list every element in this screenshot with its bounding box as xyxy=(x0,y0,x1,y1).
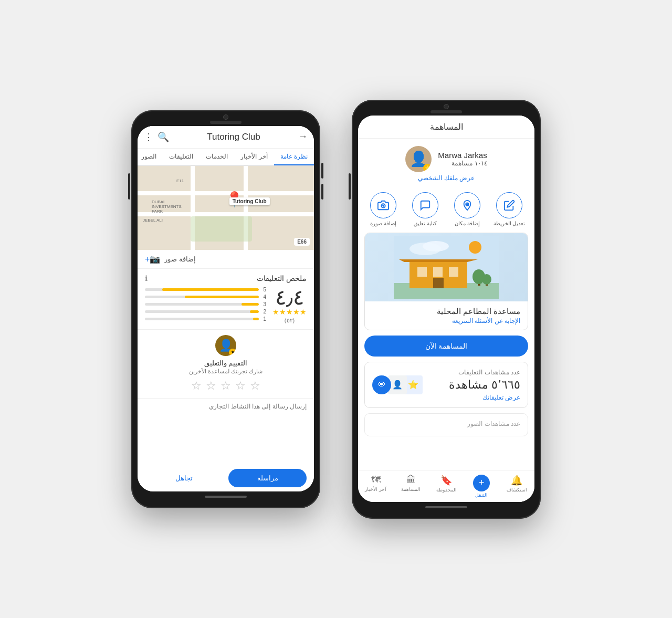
search-icon[interactable]: 🔍 xyxy=(158,131,169,143)
maps-tabs: نظرة عامة آخر الأخبار الخدمات التعليقات … xyxy=(138,149,314,166)
nav-item-transit[interactable]: 🏛 المساهمة xyxy=(393,474,428,499)
map-background: E11 DUBAIINVESTMENTSPARK JEBEL ALI 📍 Tut… xyxy=(138,166,314,250)
phone-bottom-bar-2 xyxy=(358,502,534,512)
star-4[interactable]: ☆ xyxy=(206,379,216,393)
action-edit-map[interactable]: تعديل الخريطة xyxy=(491,192,528,226)
add-photo-circle[interactable] xyxy=(370,192,396,218)
phone-screen-2: المساهمة Marwa Jarkas ١٠١٤ مساهمة 👤 ⭐ xyxy=(358,116,534,502)
contribute-add-icon[interactable]: + xyxy=(473,475,490,491)
rating-bars: 5 4 3 2 xyxy=(145,287,266,323)
bar-row-1: 1 xyxy=(145,316,266,322)
building-svg xyxy=(394,236,499,299)
write-review-circle[interactable] xyxy=(412,192,438,218)
star-rating-row[interactable]: ☆ ☆ ☆ ☆ ☆ xyxy=(145,379,307,393)
star-5[interactable]: ☆ xyxy=(191,379,202,393)
power-button-2[interactable] xyxy=(349,173,351,200)
user-avatar-badge: ⭐ xyxy=(423,164,432,172)
transit-label: المساهمة xyxy=(401,487,421,492)
nav-item-explore[interactable]: 🗺 آخر الأخبار xyxy=(358,474,393,499)
bar-row-3: 3 xyxy=(145,301,266,307)
explore-icon: 🗺 xyxy=(371,475,381,486)
svg-point-8 xyxy=(423,241,449,252)
maps-header: ⋮ 🔍 Tutoring Club → xyxy=(138,126,314,149)
action-add-place[interactable]: إضافة مكان xyxy=(449,192,486,226)
contact-text: إرسال رسالة إلى هذا النشاط التجاري xyxy=(209,403,307,410)
star-2[interactable]: ☆ xyxy=(235,379,246,393)
action-add-photo[interactable]: إضافة صورة xyxy=(365,192,402,226)
user-avatar: 👤 ⭐ xyxy=(405,146,432,172)
star-3[interactable]: ☆ xyxy=(220,379,231,393)
phone-top-bar-2 xyxy=(358,106,534,116)
vol-up-button[interactable] xyxy=(321,163,323,179)
svg-point-9 xyxy=(469,241,481,254)
star-1[interactable]: ☆ xyxy=(250,379,260,393)
bar-row-2: 2 xyxy=(145,309,266,315)
vol-down-button[interactable] xyxy=(321,184,323,200)
explore-label: آخر الأخبار xyxy=(365,487,386,492)
phone-speaker-2 xyxy=(430,110,462,113)
tab-reviews[interactable]: التعليقات xyxy=(163,149,200,165)
phone-bottom-bar-1 xyxy=(138,491,314,502)
bar-row-4: 4 xyxy=(145,294,266,300)
action-icons: تعديل الخريطة إضافة مكان xyxy=(358,186,534,233)
phone-top-bar-1 xyxy=(138,117,314,126)
rating-left: ٤٫٤ ★★★★★ (٥٢) xyxy=(272,287,307,324)
menu-icon[interactable]: ⋮ xyxy=(144,131,153,143)
add-photos-icon[interactable]: 📷+ xyxy=(145,254,160,264)
phone-speaker-1 xyxy=(210,121,242,124)
home-bar-2[interactable] xyxy=(425,506,467,508)
home-bar-1[interactable] xyxy=(205,496,247,498)
reviews-title: ملخص التعليقات ℹ xyxy=(145,274,307,282)
svg-rect-13 xyxy=(417,267,427,277)
reviewer-avatar: 👤 ★ xyxy=(215,335,236,356)
add-photos-text: إضافة صور xyxy=(164,255,196,263)
transit-icon: 🏛 xyxy=(406,475,416,486)
contribute-label: التنقل xyxy=(475,493,488,498)
action-write-review[interactable]: كتابة تعليق xyxy=(407,192,444,226)
svg-marker-12 xyxy=(399,259,478,262)
avatar-badge: ★ xyxy=(229,349,236,356)
edit-map-circle[interactable] xyxy=(496,192,522,218)
map-label-e11: E11 xyxy=(176,179,184,183)
user-contributions: ١٠١٤ مساهمة xyxy=(438,160,487,167)
tab-overview[interactable]: نظرة عامة xyxy=(274,149,314,165)
bottom-nav: 🗺 آخر الأخبار 🏛 المساهمة 🔖 المحفوظة + ال… xyxy=(358,470,534,502)
arrow-icon[interactable]: → xyxy=(298,131,308,142)
add-place-circle[interactable] xyxy=(454,192,480,218)
local-restaurant-card: مساعدة المطاعم المحلية الإجابة عن الأسئل… xyxy=(364,233,528,330)
nav-item-news[interactable]: 🔔 استكشاف xyxy=(499,474,534,499)
add-photos-bar: إضافة صور 📷+ xyxy=(138,250,314,269)
message-button[interactable]: مراسلة xyxy=(228,469,307,487)
tab-news[interactable]: آخر الأخبار xyxy=(234,149,274,165)
user-name: Marwa Jarkas xyxy=(438,151,487,160)
view-reviews-link[interactable]: عرض تعليقاتك xyxy=(449,394,520,401)
reviews-stats-title: عدد مشاهدات التعليقات xyxy=(449,369,520,376)
add-photo-label: إضافة صورة xyxy=(370,221,396,226)
contribute-now-button[interactable]: المساهمة الآن xyxy=(364,336,528,357)
nav-item-contribute[interactable]: + التنقل xyxy=(464,474,499,499)
contact-section: إرسال رسالة إلى هذا النشاط التجاري xyxy=(138,398,314,414)
bottom-buttons: مراسلة تجاهل xyxy=(138,465,314,491)
write-review-subtitle: شارك تجربتك لمساعدة الآخرين xyxy=(145,368,307,375)
rating-number: ٤٫٤ xyxy=(272,287,307,308)
eye-icon: 👁 xyxy=(372,375,391,394)
phone-1: ⋮ 🔍 Tutoring Club → نظرة عامة آخر الأخبا… xyxy=(131,110,320,508)
phone-camera-1 xyxy=(223,114,228,120)
write-review-title: التقييم والتعليق xyxy=(145,359,307,367)
tab-services[interactable]: الخدمات xyxy=(200,149,234,165)
power-button[interactable] xyxy=(128,173,130,200)
phone-camera-2 xyxy=(444,104,449,109)
news-label: استكشاف xyxy=(507,487,527,493)
svg-rect-16 xyxy=(433,278,444,288)
reviews-stats-card: عدد مشاهدات التعليقات ٥٬٦٦٥ مشاهدة عرض ت… xyxy=(364,362,528,408)
ignore-button[interactable]: تجاهل xyxy=(145,469,223,487)
restaurant-card-subtitle[interactable]: الإجابة عن الأسئلة السريعة xyxy=(372,317,520,324)
info-icon[interactable]: ℹ xyxy=(145,274,148,282)
tab-photos[interactable]: الصور xyxy=(138,149,163,165)
saved-icon: 🔖 xyxy=(440,475,452,486)
nav-item-saved[interactable]: 🔖 المحفوظة xyxy=(428,474,464,499)
maps-screen: ⋮ 🔍 Tutoring Club → نظرة عامة آخر الأخبا… xyxy=(138,126,314,491)
restaurant-illustration xyxy=(365,233,528,301)
map-area[interactable]: E11 DUBAIINVESTMENTSPARK JEBEL ALI 📍 Tut… xyxy=(138,166,314,250)
view-profile-link[interactable]: عرض ملفك الشخصي xyxy=(418,174,475,182)
